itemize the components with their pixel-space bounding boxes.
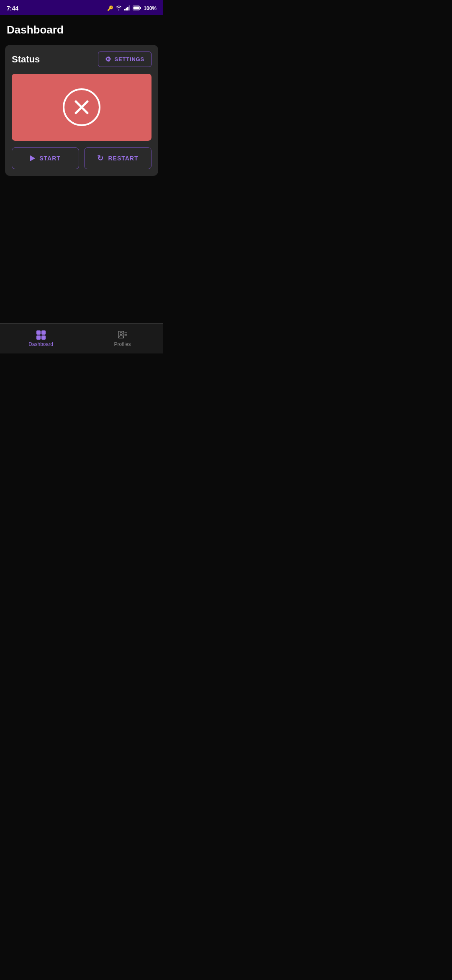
dashboard-grid-icon	[36, 330, 46, 340]
svg-rect-3	[129, 5, 130, 10]
signal-icon	[124, 5, 130, 12]
restart-button-label: RESTART	[108, 155, 138, 162]
status-bar-time: 7:44	[7, 5, 18, 12]
error-circle	[63, 88, 100, 126]
battery-level: 100%	[144, 5, 157, 11]
restart-button[interactable]: ↻ RESTART	[84, 147, 152, 169]
play-icon	[30, 155, 35, 161]
page-title: Dashboard	[7, 23, 157, 36]
battery-icon	[133, 5, 141, 12]
svg-point-8	[120, 332, 122, 335]
start-button-label: START	[39, 155, 61, 162]
restart-icon: ↻	[97, 154, 104, 163]
settings-button[interactable]: ⚙ SETTINGS	[98, 52, 152, 67]
svg-rect-6	[140, 7, 141, 9]
svg-rect-5	[134, 6, 139, 9]
status-label: Status	[12, 54, 40, 65]
wifi-icon	[116, 5, 122, 12]
svg-rect-2	[127, 7, 128, 10]
status-card-header: Status ⚙ SETTINGS	[12, 52, 152, 67]
svg-rect-0	[124, 9, 126, 10]
status-bar-icons: 🔑 100%	[107, 5, 157, 12]
nav-item-dashboard[interactable]: Dashboard	[0, 324, 82, 353]
status-card: Status ⚙ SETTINGS START ↻ RESTART	[5, 45, 158, 176]
svg-rect-1	[126, 8, 127, 10]
nav-item-profiles[interactable]: Profiles	[82, 324, 163, 353]
error-status-panel	[12, 74, 152, 141]
error-x-mark	[72, 98, 91, 116]
status-bar: 7:44 🔑 100%	[0, 0, 163, 15]
app-header: Dashboard	[0, 15, 163, 41]
bottom-nav: Dashboard Profiles	[0, 323, 163, 353]
start-button[interactable]: START	[12, 147, 79, 169]
action-buttons: START ↻ RESTART	[12, 147, 152, 169]
key-icon: 🔑	[107, 5, 113, 11]
nav-label-profiles: Profiles	[114, 341, 131, 347]
main-content: Status ⚙ SETTINGS START ↻ RESTART	[0, 41, 163, 179]
settings-button-label: SETTINGS	[115, 56, 144, 62]
gear-icon: ⚙	[105, 55, 111, 63]
nav-label-dashboard: Dashboard	[28, 341, 53, 347]
profiles-icon	[118, 330, 127, 340]
